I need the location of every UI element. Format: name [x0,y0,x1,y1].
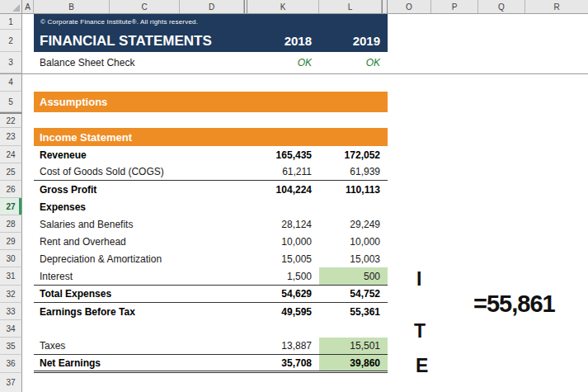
cogs-2019[interactable]: 61,939 [319,166,388,177]
row-header-37[interactable]: 37 [0,373,22,392]
row-header-25[interactable]: 25 [0,163,22,181]
column-header-k[interactable]: K [247,0,319,13]
column-header-p[interactable]: P [431,0,478,13]
column-header-r[interactable]: R [525,0,588,13]
revenue-2019[interactable]: 172,052 [319,149,388,161]
cell-a35[interactable] [22,338,34,355]
cell-a29[interactable] [22,233,34,250]
row-header-36[interactable]: 36 [0,355,22,373]
ebt-label[interactable]: Earnings Before Tax [34,306,247,318]
row-header-32[interactable]: 32 [0,286,22,303]
cell-a26[interactable] [22,181,34,198]
column-header-l[interactable]: L [319,0,382,13]
depreciation-2018[interactable]: 15,005 [247,253,319,265]
cell-a25[interactable] [22,163,34,181]
row-header-23[interactable]: 23 [0,128,22,146]
row-header-1[interactable]: 1 [0,14,22,30]
cogs-label[interactable]: Cost of Goods Sold (COGS) [34,166,247,177]
cell-a2[interactable] [22,30,34,52]
row-header-33[interactable]: 33 [0,303,22,320]
balance-check-2019[interactable]: OK [319,57,388,68]
row-header-24[interactable]: 24 [0,146,22,163]
net-earnings-2019[interactable]: 39,860 [319,355,388,371]
cell-a27[interactable] [22,198,34,215]
interest-2019[interactable]: 500 [319,267,388,285]
cell-a33[interactable] [22,303,34,320]
salaries-2019[interactable]: 29,249 [319,219,388,230]
column-header-d[interactable]: D [180,0,244,13]
depreciation-label[interactable]: Depreciation & Amortization [34,253,247,265]
revenue-label[interactable]: Reveneue [34,149,247,161]
salaries-2018[interactable]: 28,124 [247,219,319,230]
salaries-label[interactable]: Salaries and Benefits [34,219,247,230]
rent-2019[interactable]: 10,000 [319,236,388,248]
cell-a36[interactable] [22,355,34,373]
row-header-5[interactable]: 5 [0,92,22,112]
balance-check-label[interactable]: Balance Sheet Check [34,57,247,68]
row-header-31[interactable]: 31 [0,267,22,286]
revenue-2018[interactable]: 165,435 [247,149,319,161]
copyright-banner-cell[interactable]: © Corporate Finance Institute®. All righ… [34,14,388,30]
ebt-2018[interactable]: 49,595 [247,306,319,318]
net-earnings-label[interactable]: Net Earnings [34,357,247,369]
cell-a28[interactable] [22,215,34,233]
rent-2018[interactable]: 10,000 [247,236,319,248]
cell-a37[interactable] [22,373,34,392]
row-header-26[interactable]: 26 [0,181,22,198]
row-header-30[interactable]: 30 [0,250,22,267]
column-header-a[interactable]: A [22,0,34,13]
cell-a22[interactable] [22,112,34,128]
total-expenses-label[interactable]: Total Expenses [34,288,247,300]
column-header-o[interactable]: O [388,0,431,13]
gross-profit-2019[interactable]: 110,113 [319,184,388,196]
assumptions-section-banner[interactable]: Assumptions [34,92,388,112]
row-header-35[interactable]: 35 [0,338,22,355]
cell-a31[interactable] [22,267,34,286]
year-2019-header[interactable]: 2019 [319,34,388,48]
row-header-29[interactable]: 29 [0,233,22,250]
row-header-34[interactable]: 34 [0,320,22,338]
cell-a34[interactable] [22,320,34,338]
total-expenses-2018[interactable]: 54,629 [247,288,319,300]
cell-a24[interactable] [22,146,34,163]
cell-a5[interactable] [22,92,34,112]
net-earnings-2018[interactable]: 35,708 [247,357,319,369]
depreciation-2019[interactable]: 15,003 [319,253,388,265]
year-2018-header[interactable]: 2018 [247,34,319,48]
hidden-columns-divider-mn [382,0,388,13]
cell-a1[interactable] [22,14,34,30]
cell-a23[interactable] [22,128,34,146]
expenses-label[interactable]: Expenses [34,201,247,213]
cell-a3[interactable] [22,52,34,73]
row-header-4[interactable]: 4 [0,73,22,92]
row-header-3[interactable]: 3 [0,52,22,73]
gross-profit-2018[interactable]: 104,224 [247,184,319,196]
cogs-2018[interactable]: 61,211 [247,166,319,177]
cell-a4[interactable] [22,73,34,92]
total-expenses-2019[interactable]: 54,752 [319,288,388,300]
copyright-text: © Corporate Finance Institute®. All righ… [34,18,198,26]
row-header-22[interactable]: 22 [0,112,22,128]
interest-2018[interactable]: 1,500 [247,271,319,282]
taxes-2018[interactable]: 13,887 [247,340,319,352]
taxes-label[interactable]: Taxes [34,340,247,352]
select-all-corner[interactable] [0,0,22,13]
gross-profit-label[interactable]: Gross Profit [34,184,247,196]
column-header-q[interactable]: Q [478,0,525,13]
taxes-2019[interactable]: 15,501 [319,338,388,354]
freeze-pane-divider [0,73,588,74]
annotation-formula-result: =55,861 [473,292,555,316]
row-header-28[interactable]: 28 [0,215,22,233]
column-header-b[interactable]: B [34,0,110,13]
interest-label[interactable]: Interest [34,271,247,282]
report-title[interactable]: FINANCIAL STATEMENTS [34,33,247,50]
row-header-2[interactable]: 2 [0,30,22,52]
balance-check-2018[interactable]: OK [247,57,319,68]
income-statement-section-banner[interactable]: Income Statement [34,128,388,146]
cell-a32[interactable] [22,286,34,303]
cell-a30[interactable] [22,250,34,267]
rent-label[interactable]: Rent and Overhead [34,236,247,248]
ebt-2019[interactable]: 55,361 [319,306,388,318]
column-header-c[interactable]: C [110,0,180,13]
row-header-27[interactable]: 27 [0,198,22,215]
